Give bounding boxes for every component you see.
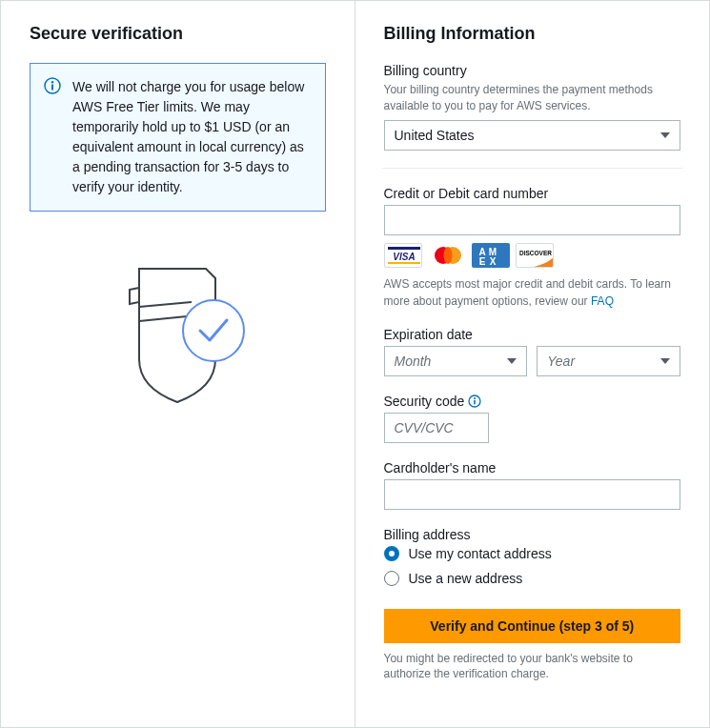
chevron-down-icon [660, 358, 670, 364]
svg-text:DISCOVER: DISCOVER [519, 250, 552, 256]
radio-icon [384, 546, 399, 561]
svg-text:E: E [478, 256, 485, 267]
svg-point-18 [474, 397, 476, 399]
shield-illustration [30, 250, 326, 412]
card-number-input[interactable] [384, 205, 681, 235]
expiration-month-placeholder: Month [395, 354, 432, 369]
billing-information-panel: Billing Information Billing country Your… [355, 1, 710, 727]
svg-text:X: X [489, 256, 496, 267]
svg-point-11 [443, 247, 452, 264]
info-text: We will not charge you for usage below A… [72, 79, 304, 194]
faq-link[interactable]: FAQ [591, 294, 614, 308]
card-number-label: Credit or Debit card number [384, 186, 681, 201]
security-code-input[interactable] [384, 413, 489, 443]
chevron-down-icon [660, 132, 670, 138]
svg-point-1 [51, 81, 53, 83]
svg-line-3 [139, 302, 192, 307]
billing-address-label: Billing address [384, 527, 681, 542]
expiration-year-select[interactable]: Year [537, 346, 680, 376]
security-code-label: Security code [384, 394, 681, 409]
info-icon [44, 77, 61, 94]
svg-rect-2 [51, 85, 53, 91]
svg-rect-6 [388, 247, 420, 250]
svg-line-4 [139, 316, 187, 321]
verify-continue-button[interactable]: Verify and Continue (step 3 of 5) [384, 609, 681, 643]
mastercard-icon [428, 243, 466, 268]
svg-rect-8 [388, 262, 420, 264]
amex-icon: AMEX [472, 243, 510, 268]
info-icon[interactable] [468, 394, 481, 408]
radio-label-contact: Use my contact address [409, 546, 552, 561]
chevron-down-icon [507, 358, 517, 364]
cardholder-name-input[interactable] [384, 479, 681, 510]
radio-use-contact-address[interactable]: Use my contact address [384, 546, 681, 561]
svg-text:VISA: VISA [393, 252, 415, 262]
radio-icon [384, 571, 399, 586]
billing-country-value: United States [395, 128, 475, 143]
card-note: AWS accepts most major credit and debit … [384, 275, 681, 310]
cardholder-name-label: Cardholder's name [384, 460, 681, 475]
left-title: Secure verification [30, 24, 326, 44]
radio-label-new: Use a new address [409, 571, 523, 586]
section-divider [382, 168, 683, 169]
radio-use-new-address[interactable]: Use a new address [384, 571, 681, 586]
billing-country-label: Billing country [384, 63, 681, 78]
submit-note: You might be redirected to your bank's w… [384, 651, 681, 683]
secure-verification-panel: Secure verification We will not charge y… [1, 1, 355, 727]
discover-icon: DISCOVER [516, 243, 554, 268]
visa-icon: VISA [384, 243, 422, 268]
expiration-label: Expiration date [384, 327, 681, 342]
billing-country-select[interactable]: United States [384, 120, 681, 151]
accepted-cards-row: VISA AMEX DISCOVER [384, 243, 681, 268]
expiration-month-select[interactable]: Month [384, 346, 528, 376]
expiration-year-placeholder: Year [547, 354, 575, 369]
free-tier-info-box: We will not charge you for usage below A… [30, 63, 326, 212]
right-title: Billing Information [384, 24, 681, 44]
svg-point-5 [183, 300, 244, 361]
svg-rect-19 [475, 399, 477, 404]
billing-country-help: Your billing country determines the paym… [384, 82, 681, 114]
